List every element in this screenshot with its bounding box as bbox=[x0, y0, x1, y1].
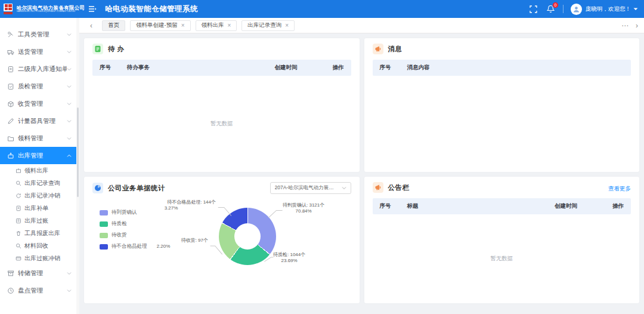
tab-label: 首页 bbox=[108, 21, 119, 29]
sidebar-subitem-outbound-posting[interactable]: 出库过账 bbox=[0, 214, 76, 227]
chevron-down-icon bbox=[342, 186, 346, 190]
pie-label-nonconforming: 待不合格品处理: 144个 3.27% bbox=[126, 199, 216, 211]
company-logo-block: 哈尔滨电气动力装备有限公司 HARBIN ELECTRIC POWER EQUI… bbox=[4, 4, 80, 15]
sidebar-subitem-label: 出库记录查询 bbox=[24, 179, 60, 187]
chevron-down-icon bbox=[67, 102, 72, 106]
company-filter-select[interactable]: 207A-哈尔滨电气动力装备有限公 bbox=[270, 182, 351, 194]
quality-check-icon bbox=[7, 83, 14, 90]
tab-label: 领料单创建-预留 bbox=[136, 21, 178, 29]
megaphone-icon bbox=[373, 44, 383, 54]
sidebar-item-stocktake-management[interactable]: 盘点管理 bbox=[0, 282, 76, 299]
fullscreen-icon[interactable] bbox=[530, 5, 537, 13]
inbound-notice-icon bbox=[7, 66, 14, 73]
tab-home[interactable]: 首页 bbox=[102, 20, 125, 31]
sidebar-subitem-label: 领料出库 bbox=[24, 167, 48, 175]
sidebar-item-transfer-management[interactable]: 转储管理 bbox=[0, 264, 76, 282]
tabs-more-icon[interactable]: ⋯ bbox=[621, 21, 628, 30]
sidebar-subitem-label: 出库记录冲销 bbox=[24, 192, 60, 200]
sidebar-item-label: 领料管理 bbox=[18, 134, 67, 143]
pie-label-arrival-confirm: 待到货确认: 3121个 70.84% bbox=[283, 202, 324, 214]
sidebar-subitem-outbound-record-writeoff[interactable]: 出库记录冲销 bbox=[0, 189, 76, 202]
stats-panel: 公司业务单据统计 207A-哈尔滨电气动力装备有限公 bbox=[84, 177, 360, 303]
sidebar-item-label: 出库管理 bbox=[18, 152, 67, 160]
view-more-link[interactable]: 查看更多 bbox=[608, 185, 631, 192]
app-window: 哈尔滨电气动力装备有限公司 HARBIN ELECTRIC POWER EQUI… bbox=[0, 0, 644, 314]
sidebar-subitem-material-recycle[interactable]: 材料回收 bbox=[0, 239, 76, 252]
sidebar-scrollbar[interactable] bbox=[76, 18, 79, 314]
chevron-down-icon bbox=[67, 67, 72, 71]
sidebar-subitem-label: 工具报废出库 bbox=[24, 229, 60, 238]
close-icon[interactable]: × bbox=[285, 23, 289, 29]
sidebar-subitem-tool-scrap-outbound[interactable]: 工具报废出库 bbox=[0, 227, 76, 239]
legend-item[interactable]: 待质检 bbox=[100, 220, 147, 227]
column-header: 序号 bbox=[380, 202, 407, 210]
close-icon[interactable]: × bbox=[181, 23, 185, 29]
sidebar-subitem-label: 出库过账 bbox=[24, 217, 48, 225]
company-name: 哈尔滨电气动力装备有限公司 bbox=[17, 5, 85, 11]
donut-chart[interactable] bbox=[219, 208, 276, 265]
user-menu[interactable]: 庞晓明，欢迎您！ bbox=[571, 4, 638, 15]
todo-document-icon bbox=[92, 44, 103, 54]
sidebar-item-inbound-notice[interactable]: 二级库入库通知单 bbox=[0, 60, 76, 78]
tabs-scroll-left-icon[interactable]: ‹ bbox=[85, 21, 97, 30]
sidebar-item-label: 二级库入库通知单 bbox=[18, 65, 67, 73]
column-header: 序号 bbox=[380, 64, 407, 72]
tabs-scroll-right-icon[interactable]: › bbox=[636, 21, 638, 30]
sidebar-collapse-icon[interactable] bbox=[88, 5, 97, 13]
app-title: 哈电动装智能仓储管理系统 bbox=[105, 4, 198, 14]
legend-swatch bbox=[100, 210, 108, 216]
chevron-up-icon bbox=[67, 154, 72, 158]
sidebar-item-receiving-management[interactable]: 收货管理 bbox=[0, 95, 76, 112]
sidebar-item-label: 盘点管理 bbox=[18, 287, 67, 295]
column-header: 操作 bbox=[602, 202, 624, 210]
requisition-folder-icon bbox=[7, 135, 14, 142]
legend-swatch bbox=[100, 233, 108, 238]
column-header: 待办事务 bbox=[127, 64, 275, 72]
legend-swatch bbox=[100, 221, 108, 227]
sidebar-item-label: 质检管理 bbox=[18, 82, 67, 91]
close-icon[interactable]: × bbox=[228, 23, 231, 29]
delivery-truck-icon bbox=[7, 48, 14, 56]
message-panel: 消息 序号 消息内容 bbox=[364, 38, 640, 172]
todo-table-header: 序号 待办事务 创建时间 操作 bbox=[92, 60, 351, 76]
column-header: 消息内容 bbox=[407, 64, 624, 72]
column-header: 创建时间 bbox=[555, 202, 602, 210]
trash-icon bbox=[16, 230, 21, 236]
sidebar-item-delivery-management[interactable]: 送货管理 bbox=[0, 43, 76, 60]
chevron-down-icon bbox=[67, 33, 72, 36]
tab-label: 领料出库 bbox=[202, 21, 224, 29]
sidebar-item-measuring-instruments[interactable]: 计量器具管理 bbox=[0, 112, 76, 130]
donut-chart-area: 待到货确认 待质检 待收货 bbox=[92, 198, 351, 303]
sidebar-subitem-label: 材料回收 bbox=[24, 242, 48, 250]
tab-requisition-create[interactable]: 领料单创建-预留 × bbox=[130, 20, 191, 31]
pie-chart-icon bbox=[92, 183, 103, 193]
sidebar-item-requisition-management[interactable]: 领料管理 bbox=[0, 130, 76, 147]
panel-title: 待 办 bbox=[108, 45, 125, 54]
column-header: 标题 bbox=[407, 202, 555, 210]
sidebar-subitem-requisition-outbound[interactable]: 领料出库 bbox=[0, 164, 76, 177]
sidebar-subitem-label: 出库补单 bbox=[24, 204, 48, 213]
sidebar-nav: 工具类管理 送货管理 二级库入库通知单 质检管理 收货管理 bbox=[0, 18, 76, 314]
sidebar-subitem-outbound-record-query[interactable]: 出库记录查询 bbox=[0, 177, 76, 189]
requisition-outbound-icon bbox=[16, 168, 21, 174]
column-header: 创建时间 bbox=[275, 64, 323, 72]
tab-requisition-outbound[interactable]: 领料出库 × bbox=[196, 20, 237, 31]
user-avatar bbox=[571, 4, 582, 15]
sidebar-subitem-outbound-posting-writeoff[interactable]: 出库过账冲销 bbox=[0, 252, 76, 264]
notification-bell-icon[interactable]: 0 bbox=[547, 5, 555, 13]
receiving-box-icon bbox=[7, 100, 14, 107]
sidebar-subitem-outbound-supplement[interactable]: 出库补单 bbox=[0, 202, 76, 214]
writeoff-cycle-icon bbox=[16, 193, 21, 199]
sidebar-item-quality-management[interactable]: 质检管理 bbox=[0, 78, 76, 95]
chevron-down-icon bbox=[67, 289, 72, 293]
legend-swatch bbox=[100, 244, 108, 250]
sidebar-item-tool-management[interactable]: 工具类管理 bbox=[0, 26, 76, 43]
panel-title: 公告栏 bbox=[388, 183, 410, 192]
pie-label-receiving: 待收货: 97个 2.20% bbox=[119, 238, 208, 250]
company-logo bbox=[4, 4, 14, 15]
outbound-box-icon bbox=[7, 152, 14, 159]
tab-outbound-record-query[interactable]: 出库记录查询 × bbox=[242, 20, 295, 31]
message-table-header: 序号 消息内容 bbox=[373, 60, 631, 76]
sidebar-item-outbound-management[interactable]: 出库管理 bbox=[0, 147, 76, 164]
column-header: 序号 bbox=[100, 64, 127, 72]
